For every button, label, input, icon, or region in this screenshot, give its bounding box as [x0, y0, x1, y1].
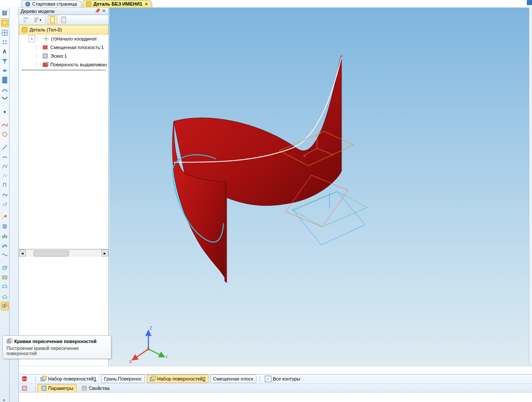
tab-properties[interactable]: Свойства [78, 384, 113, 393]
hotkey: 2 [203, 376, 205, 381]
svg-rect-32 [22, 27, 27, 32]
tool-mirror-icon[interactable] [1, 223, 8, 230]
svg-point-11 [5, 40, 6, 42]
svg-point-18 [4, 215, 7, 217]
tree-root[interactable]: Деталь (Тел-0) [19, 25, 108, 34]
tool-round-icon[interactable] [1, 213, 8, 221]
close-icon[interactable]: × [145, 1, 148, 6]
tool-pi-icon[interactable]: Π [1, 181, 8, 189]
svg-text:X: X [129, 359, 132, 364]
tool-shape-icon[interactable] [1, 67, 8, 74]
tab-part-untitled[interactable]: Деталь БЕЗ ИМЕНИ1 × [83, 0, 152, 7]
extrude-icon [42, 61, 49, 68]
tool-filter-icon[interactable] [1, 57, 8, 65]
all-contours-toggle[interactable]: ✓ Все контуры [262, 374, 304, 383]
svg-point-15 [3, 111, 6, 113]
axis-triad[interactable]: Z Y X [125, 325, 166, 367]
close-panel-icon[interactable]: ✕ [101, 8, 107, 14]
tool-ring-icon[interactable] [1, 130, 8, 138]
label: Свойства [89, 386, 110, 391]
tool-spline-icon[interactable] [1, 121, 8, 129]
tool-fn-icon[interactable]: ♫f [1, 200, 8, 208]
tool-curve1-icon[interactable] [1, 86, 8, 93]
checkbox-icon[interactable]: ✓ [265, 376, 271, 382]
tool-grid-icon[interactable] [1, 29, 8, 37]
hotkey: 1 [94, 376, 96, 381]
pin-icon[interactable]: 📌 [95, 8, 101, 14]
svg-text:K: K [26, 2, 29, 6]
tool-sketch-icon[interactable] [1, 19, 9, 27]
viewport-3d[interactable]: Z Y X Z [109, 7, 532, 402]
tool-project-icon[interactable] [1, 232, 8, 240]
tree-props-icon[interactable] [59, 15, 68, 24]
status-strip [0, 366, 532, 374]
tool-text-icon[interactable]: A [1, 48, 8, 56]
tool-intersection-curve-icon[interactable] [1, 302, 9, 310]
svg-rect-58 [43, 376, 46, 380]
scroll-track[interactable] [26, 250, 101, 256]
tool-wire1-icon[interactable] [1, 162, 8, 170]
tree-label: (т)Начало координат [51, 36, 97, 41]
phantoms-button[interactable] [18, 384, 32, 393]
tool-pipe-icon[interactable] [1, 241, 8, 249]
scroll-left-icon[interactable]: ◂ [19, 250, 26, 257]
scroll-thumb[interactable] [34, 250, 69, 257]
tooltip-title: Кривая пересечения поверхностей [14, 339, 97, 344]
part-icon [21, 26, 28, 33]
tab-start-page[interactable]: K Стартовая страница [22, 0, 82, 7]
surface-set-1[interactable]: Набор поверхностей 1 [37, 374, 99, 383]
tool-patch-icon[interactable] [1, 273, 8, 281]
tree-sort-icon[interactable]: ▾ [33, 15, 42, 24]
tree-mode-icon[interactable] [22, 15, 31, 24]
tool-wave-icon[interactable] [1, 251, 8, 259]
property-bar: STOP Набор поверхностей 1 Грань.Поверхно… [0, 374, 532, 393]
tree-plane[interactable]: Смещенная плоскость:1 [19, 43, 108, 52]
svg-rect-14 [3, 77, 7, 83]
surface-set-2[interactable]: Набор поверхностей 2 [147, 374, 209, 383]
tool-line-icon[interactable] [1, 143, 8, 151]
svg-text:Y: Y [165, 355, 168, 360]
label: Параметры [48, 386, 74, 391]
tool-arc-icon[interactable] [1, 153, 8, 161]
tree-show-icon[interactable] [48, 15, 57, 24]
svg-point-10 [3, 40, 4, 42]
tool-freeform-icon[interactable] [1, 191, 8, 198]
tool-surf1-icon[interactable] [1, 283, 8, 291]
svg-rect-6 [3, 21, 7, 25]
tool-layers-icon[interactable] [1, 264, 8, 272]
svg-rect-25 [24, 20, 26, 22]
sketch-icon [42, 53, 49, 59]
tool-curve2-icon[interactable] [1, 95, 8, 103]
tree-sketch[interactable]: Эскиз:1 [19, 52, 108, 60]
chip-face[interactable]: Грань.Поверхнос [101, 374, 145, 383]
tab-label: Стартовая страница [32, 1, 77, 6]
stop-button[interactable]: STOP [18, 374, 32, 383]
intersection-curve-icon [6, 338, 12, 344]
tool-surf2-icon[interactable] [1, 292, 8, 300]
svg-line-17 [3, 145, 7, 149]
corner-cube-icon [527, 0, 532, 5]
tree-label: Смещенная плоскость:1 [50, 45, 104, 50]
tree-extrude-surface[interactable]: Поверхность выдавливан [19, 60, 108, 69]
tree-label: Эскиз:1 [50, 53, 67, 59]
svg-rect-23 [3, 276, 7, 279]
tool-wire2-icon[interactable] [1, 172, 8, 179]
tool-point-icon[interactable] [1, 108, 8, 116]
tree-origin[interactable]: + (т)Начало координат [19, 34, 108, 43]
svg-rect-64 [42, 386, 46, 390]
tool-doc-icon[interactable] [1, 76, 8, 84]
svg-text:Z: Z [150, 326, 152, 331]
label: Набор поверхностей [157, 376, 203, 381]
tool-cube-icon[interactable] [1, 9, 8, 17]
tab-parameters[interactable]: Параметры [37, 384, 77, 393]
tool-dots-icon[interactable] [1, 38, 8, 46]
tree-hscroll[interactable]: ◂ ▸ [19, 249, 108, 257]
chip-plane[interactable]: Смещенная плоск [210, 374, 256, 383]
model-tree[interactable]: Деталь (Тел-0) + (т)Начало координат Сме… [19, 25, 108, 249]
svg-rect-31 [62, 17, 66, 23]
expand-icon[interactable]: + [28, 35, 35, 42]
svg-text:Z: Z [318, 130, 321, 135]
scroll-right-icon[interactable]: ▸ [101, 250, 108, 257]
tab-label: Деталь БЕЗ ИМЕНИ1 [93, 1, 142, 6]
kompas-logo-icon: K [25, 1, 31, 7]
